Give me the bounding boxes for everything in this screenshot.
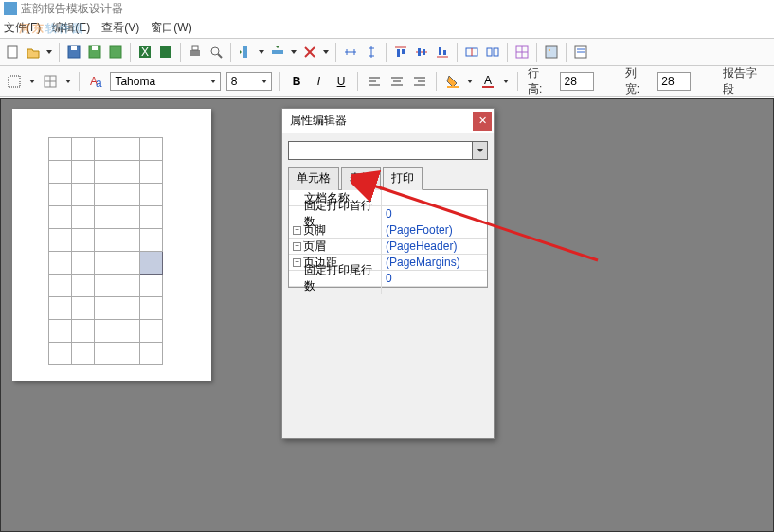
svg-rect-0 bbox=[8, 46, 17, 58]
svg-rect-28 bbox=[423, 49, 425, 55]
insert-col-dropdown[interactable] bbox=[258, 44, 265, 61]
separator bbox=[536, 43, 537, 62]
grid2-dropdown[interactable] bbox=[64, 73, 72, 90]
separator bbox=[457, 43, 458, 62]
svg-rect-8 bbox=[160, 46, 171, 58]
prop-page-header[interactable]: +页眉 (PageHeader) bbox=[289, 239, 487, 255]
dropdown-icon bbox=[210, 80, 216, 83]
separator bbox=[130, 43, 131, 62]
border-button[interactable] bbox=[6, 73, 23, 90]
bold-button[interactable]: B bbox=[288, 73, 304, 90]
preview-button[interactable] bbox=[207, 44, 225, 61]
align-center-button[interactable] bbox=[388, 73, 405, 90]
grid-button[interactable] bbox=[513, 44, 531, 61]
dialog-titlebar: 属性编辑器 ✕ bbox=[282, 109, 494, 133]
prop-fixed-tail[interactable]: 固定打印尾行数 0 bbox=[289, 271, 487, 287]
insert-row-button[interactable] bbox=[269, 44, 286, 61]
svg-rect-24 bbox=[397, 49, 400, 57]
fill-color-button[interactable] bbox=[444, 73, 461, 90]
svg-rect-2 bbox=[71, 46, 77, 50]
close-button[interactable]: ✕ bbox=[473, 112, 492, 131]
properties-button[interactable] bbox=[572, 44, 589, 61]
svg-rect-4 bbox=[92, 46, 98, 50]
delete-dropdown[interactable] bbox=[322, 44, 330, 61]
property-editor-dialog: 属性编辑器 ✕ 单元格 表格 打印 文档名称 固定打印首行数 0 +页脚 (Pa… bbox=[281, 108, 495, 439]
separator bbox=[357, 72, 358, 91]
svg-point-11 bbox=[211, 47, 219, 55]
svg-rect-25 bbox=[402, 49, 405, 54]
object-selector[interactable] bbox=[288, 141, 488, 160]
split-button[interactable] bbox=[484, 44, 501, 61]
menu-file[interactable]: 文件(F) bbox=[4, 20, 41, 36]
open-button[interactable] bbox=[25, 44, 42, 61]
save-green-button[interactable] bbox=[86, 44, 103, 61]
svg-rect-30 bbox=[439, 47, 441, 55]
insert-col-button[interactable] bbox=[237, 44, 254, 61]
svg-rect-39 bbox=[546, 46, 557, 58]
excel-button[interactable]: X bbox=[136, 44, 153, 61]
tab-table[interactable]: 表格 bbox=[341, 167, 381, 190]
fill-dropdown[interactable] bbox=[467, 73, 475, 90]
toolbar-format: Aa Tahoma 8 B I U A 行高: 28 列宽: 28 报告字段 bbox=[0, 66, 774, 97]
separator bbox=[566, 43, 567, 62]
svg-rect-34 bbox=[487, 48, 492, 56]
merge-button[interactable] bbox=[463, 44, 480, 61]
insert-row-dropdown[interactable] bbox=[290, 44, 297, 61]
align-right-button[interactable] bbox=[411, 73, 428, 90]
menu-window[interactable]: 窗口(W) bbox=[151, 20, 191, 36]
separator bbox=[517, 72, 518, 91]
save-button[interactable] bbox=[65, 44, 82, 61]
svg-text:X: X bbox=[141, 45, 149, 59]
reportfield-label: 报告字段 bbox=[723, 65, 766, 98]
underline-button[interactable]: U bbox=[333, 73, 349, 90]
italic-button[interactable]: I bbox=[311, 73, 327, 90]
font-color-button[interactable]: A bbox=[479, 73, 496, 90]
delete-button[interactable] bbox=[301, 44, 318, 61]
prop-page-footer[interactable]: +页脚 (PageFooter) bbox=[289, 222, 487, 239]
border-dropdown[interactable] bbox=[28, 73, 36, 90]
align-left-button[interactable] bbox=[366, 73, 383, 90]
grid2-button[interactable] bbox=[42, 73, 59, 90]
align-mid-button[interactable] bbox=[413, 44, 430, 61]
align-top-button[interactable] bbox=[392, 44, 409, 61]
colwidth-input[interactable]: 28 bbox=[657, 72, 691, 91]
window-titlebar: 蓝韵报告模板设计器 bbox=[0, 0, 774, 17]
align-bot-button[interactable] bbox=[434, 44, 451, 61]
tab-print[interactable]: 打印 bbox=[383, 167, 423, 190]
svg-rect-10 bbox=[192, 46, 198, 50]
svg-rect-44 bbox=[9, 76, 20, 87]
export-button[interactable] bbox=[157, 44, 174, 61]
image-button[interactable] bbox=[543, 44, 560, 61]
expand-icon[interactable]: + bbox=[293, 242, 301, 251]
new-button[interactable] bbox=[4, 44, 21, 61]
menubar: 文件(F) 编辑(E) 查看(V) 窗口(W) bbox=[0, 17, 774, 38]
separator bbox=[507, 43, 508, 62]
fontcolor-dropdown[interactable] bbox=[502, 73, 510, 90]
save-alt-button[interactable] bbox=[107, 44, 124, 61]
menu-edit[interactable]: 编辑(E) bbox=[52, 20, 90, 36]
font-value: Tahoma bbox=[115, 75, 155, 88]
menu-view[interactable]: 查看(V) bbox=[101, 20, 139, 36]
separator bbox=[436, 72, 437, 91]
colwidth-label: 列宽: bbox=[625, 65, 650, 98]
expand-icon[interactable]: + bbox=[293, 226, 301, 235]
separator bbox=[230, 43, 231, 62]
svg-rect-14 bbox=[272, 50, 283, 54]
font-icon[interactable]: Aa bbox=[87, 73, 104, 90]
open-dropdown[interactable] bbox=[45, 44, 53, 61]
font-select[interactable]: Tahoma bbox=[110, 72, 220, 91]
svg-rect-5 bbox=[110, 46, 121, 58]
print-button[interactable] bbox=[187, 44, 204, 61]
separator bbox=[279, 72, 280, 91]
table-grid[interactable] bbox=[48, 137, 163, 365]
svg-line-12 bbox=[218, 54, 222, 58]
dist-h-button[interactable] bbox=[342, 44, 359, 61]
size-select[interactable]: 8 bbox=[226, 72, 273, 91]
separator bbox=[79, 72, 80, 91]
lineheight-input[interactable]: 28 bbox=[560, 72, 593, 91]
selected-cell[interactable] bbox=[140, 252, 163, 275]
properties-grid: 文档名称 固定打印首行数 0 +页脚 (PageFooter) +页眉 (Pag… bbox=[288, 190, 488, 288]
prop-fixed-head[interactable]: 固定打印首行数 0 bbox=[289, 206, 487, 222]
dist-v-button[interactable] bbox=[363, 44, 380, 61]
tab-cell[interactable]: 单元格 bbox=[288, 167, 339, 190]
